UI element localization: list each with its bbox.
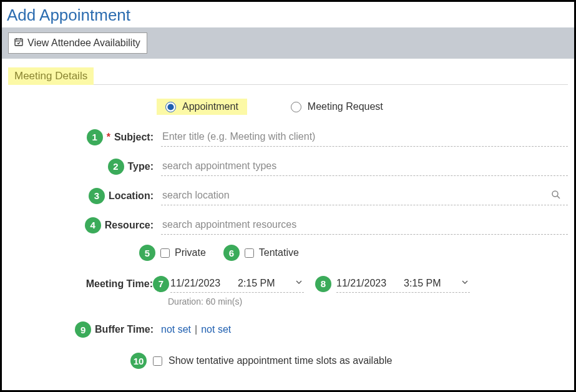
callout-badge-7: 7 xyxy=(153,276,169,292)
buffer-before-link[interactable]: not set xyxy=(161,324,191,335)
callout-badge-9: 9 xyxy=(75,321,91,338)
calendar-check-icon xyxy=(14,37,24,49)
callout-badge-2: 2 xyxy=(108,159,124,175)
toolbar: View Attendee Availability xyxy=(2,27,574,59)
label-resource: Resource: xyxy=(105,220,154,231)
location-input[interactable] xyxy=(161,186,568,205)
label-subject: Subject: xyxy=(114,132,154,143)
resource-input[interactable] xyxy=(161,215,568,235)
radio-label: Meeting Request xyxy=(308,101,383,112)
callout-badge-3: 3 xyxy=(89,188,105,204)
label-location: Location: xyxy=(109,190,154,202)
svg-point-1 xyxy=(552,191,558,197)
label-buffer-time: Buffer Time: xyxy=(95,324,154,335)
callout-badge-5: 5 xyxy=(139,245,155,261)
start-datetime-picker[interactable]: 11/21/2023 2:15 PM xyxy=(170,275,304,293)
label-show-tentative: Show tentative appointment time slots as… xyxy=(168,355,392,366)
chevron-down-icon xyxy=(460,277,470,290)
callout-badge-1: 1 xyxy=(87,129,103,145)
label-meeting-time: Meeting Time: xyxy=(8,278,153,290)
label-private: Private xyxy=(175,247,206,258)
radio-meeting-request[interactable]: Meeting Request xyxy=(282,99,392,115)
show-tentative-checkbox[interactable] xyxy=(153,356,162,366)
duration-label: Duration: 60 min(s) xyxy=(168,296,568,306)
type-input[interactable] xyxy=(161,157,568,176)
start-date: 11/21/2023 xyxy=(170,278,238,289)
end-date: 11/21/2023 xyxy=(336,278,404,289)
end-datetime-picker[interactable]: 11/21/2023 3:15 PM xyxy=(336,275,470,293)
tentative-checkbox[interactable] xyxy=(245,248,254,258)
buffer-divider: | xyxy=(195,324,197,335)
radio-label: Appointment xyxy=(182,101,238,112)
radio-meeting-request-input[interactable] xyxy=(291,102,301,112)
end-time: 3:15 PM xyxy=(404,278,460,289)
svg-rect-0 xyxy=(15,39,22,46)
required-marker: * xyxy=(107,132,110,143)
page-title: Add Appointment xyxy=(2,2,574,27)
label-tentative: Tentative xyxy=(259,247,299,258)
search-icon[interactable] xyxy=(550,189,562,203)
subject-input[interactable] xyxy=(161,127,568,147)
radio-appointment[interactable]: Appointment xyxy=(157,99,247,115)
view-attendee-availability-button[interactable]: View Attendee Availability xyxy=(8,32,147,54)
radio-appointment-input[interactable] xyxy=(165,102,176,112)
callout-badge-8: 8 xyxy=(315,276,331,292)
section-title-meeting-details: Meeting Details xyxy=(8,67,94,85)
buffer-after-link[interactable]: not set xyxy=(201,324,231,335)
label-type: Type: xyxy=(128,161,154,172)
callout-badge-4: 4 xyxy=(85,217,101,233)
start-time: 2:15 PM xyxy=(238,278,294,289)
callout-badge-6: 6 xyxy=(223,245,240,261)
private-checkbox[interactable] xyxy=(160,248,170,258)
chevron-down-icon xyxy=(294,277,304,290)
callout-badge-10: 10 xyxy=(130,353,147,369)
button-label: View Attendee Availability xyxy=(27,37,140,49)
